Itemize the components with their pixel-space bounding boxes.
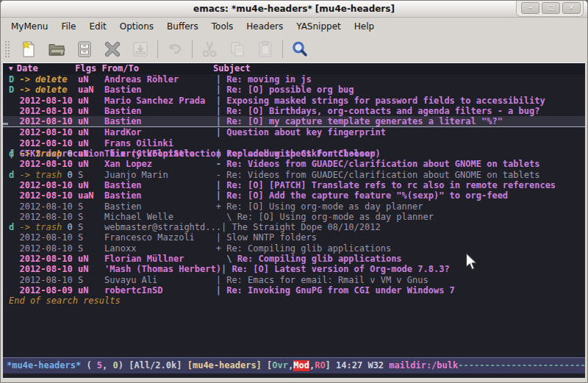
message-row[interactable]: 2012-08-10uNHardKor| Question about key …: [3, 127, 585, 137]
subject-field: - Re: Videos from GUADEC/clarification a…: [216, 159, 540, 169]
menu-item-mymenu[interactable]: MyMenu: [4, 18, 54, 35]
message-row[interactable]: d-> trash 0uNThierry Volpiatto| Re: edeb…: [3, 148, 585, 159]
from-field: Florian Müllner: [104, 254, 216, 264]
flags-field: uN: [78, 74, 104, 85]
point-cursor: [3, 123, 8, 125]
column-header-flags[interactable]: Flgs: [75, 63, 101, 74]
message-row[interactable]: 2012-08-10SMichael Welle \ Re: [O] Using…: [3, 212, 585, 222]
close-button[interactable]: ✕: [562, 2, 581, 14]
message-row[interactable]: d-> trash 0SJuanjo Marin- Re: Videos fro…: [3, 170, 585, 180]
date-field: 2012-08-10: [19, 232, 77, 243]
message-row[interactable]: 2012-08-10SBastien+ Re: [O] Using org-mo…: [3, 201, 585, 212]
message-row[interactable]: 2012-08-10uNMario Sanchez Prada| Exposin…: [3, 96, 585, 106]
flags-field: S: [78, 232, 104, 243]
flags-field: uN: [78, 138, 104, 148]
date-field: 2012-08-10: [19, 201, 77, 212]
message-row[interactable]: 2012-08-10uN'Mash (Thomas Herbert)| Re: …: [3, 264, 585, 274]
subject-field: | Re: [O] possible org bug: [216, 85, 354, 95]
menu-item-options[interactable]: Options: [113, 18, 160, 35]
new-file-icon[interactable]: [15, 37, 43, 61]
date-field: 2012-08-09: [19, 285, 77, 296]
modeline-segment: [: [267, 360, 272, 371]
menu-item-headers[interactable]: Headers: [240, 18, 290, 35]
emacs-window: emacs: *mu4e-headers* [mu4e-headers] – □…: [0, 0, 588, 383]
window-controls: – □ ✕: [516, 1, 584, 17]
column-header-from-to[interactable]: From/To: [101, 63, 213, 74]
echo-area: [3, 373, 585, 378]
modeline-segment: ,: [288, 360, 293, 371]
end-of-results-text: End of search results: [3, 296, 585, 306]
maximize-button[interactable]: □: [542, 2, 560, 14]
from-field: Bastien: [104, 201, 216, 212]
column-header-date[interactable]: Date: [17, 63, 75, 74]
message-list: D-> deleteuNAndreas Röhler| Re: moving i…: [3, 74, 585, 296]
flags-field: uN: [78, 264, 104, 274]
open-folder-icon[interactable]: [43, 37, 71, 61]
message-row[interactable]: 2012-08-09uNrobertcInSD| Re: Invoking Gn…: [3, 285, 585, 296]
from-field: Mario Sanchez Prada: [104, 96, 216, 106]
file-cabinet-icon[interactable]: [71, 37, 98, 61]
message-row[interactable]: 2012-08-10uNBastien| Re: [O] Birthdays, …: [3, 106, 585, 116]
modeline-segment: 14:27 W32: [336, 360, 389, 371]
title-bar[interactable]: emacs: *mu4e-headers* [mu4e-headers] – □…: [1, 1, 587, 18]
modeline-segment: [mu4e-headers]: [187, 360, 267, 371]
menu-bar: MyMenuFileEditOptionsBuffersToolsHeaders…: [1, 18, 587, 35]
modeline-segment: RO: [315, 360, 325, 371]
flags-field: uN: [78, 285, 104, 296]
message-row[interactable]: D-> deleteuNAndreas Röhler| Re: moving i…: [3, 74, 585, 85]
date-field: 2012-08-10: [19, 243, 77, 254]
column-header-subject[interactable]: Subject: [213, 63, 251, 74]
from-field: Bastien: [104, 116, 216, 126]
search-icon[interactable]: [286, 37, 314, 61]
from-field: Michael Welle: [104, 212, 216, 222]
minimize-button[interactable]: –: [521, 2, 539, 14]
toolbar-grip-handle[interactable]: [4, 40, 10, 58]
toolbar-separator: [157, 40, 158, 58]
message-row[interactable]: d-> trash 0Swebmaster@straightd...| The …: [3, 222, 585, 232]
message-row[interactable]: 2012-08-10uNFlorian Müllner \ Re: Compil…: [3, 254, 585, 264]
from-field: Frans Oilinki: [104, 138, 216, 148]
message-row[interactable]: 2012-08-10SLanoxx+ Re: Compiling glib ap…: [3, 243, 585, 254]
subject-field: | Re: [O] Birthdays, org-contacts and ag…: [216, 106, 540, 116]
date-field: 2012-08-10: [19, 264, 77, 274]
menu-item-edit[interactable]: Edit: [83, 18, 113, 35]
date-field: -> trash 0: [19, 222, 77, 232]
modeline-segment: --------------------------------------: [458, 360, 585, 371]
close-buffer-icon[interactable]: [98, 37, 126, 61]
modeline-segment: ,: [102, 360, 112, 371]
message-row[interactable]: D-> deleteuaNBastien| Re: [O] possible o…: [3, 85, 585, 95]
message-row[interactable]: 2012-08-10SSuvayu Ali| Re: Emacs for ema…: [3, 275, 585, 285]
flags-field: uN: [78, 127, 104, 137]
from-field: Lanoxx: [104, 243, 216, 254]
modeline-segment: Ovr: [272, 360, 288, 371]
date-field: -> delete: [19, 74, 77, 85]
modeline-segment: maildir:/bulk: [389, 360, 458, 371]
message-row[interactable]: 2012-08-10uNXan Lopez- Re: Videos from G…: [3, 159, 585, 169]
message-row[interactable]: 2012-08-10uNBastien| Re: [O] [PATCH] Tra…: [3, 180, 585, 190]
tool-bar: [1, 35, 587, 63]
menu-item-help[interactable]: Help: [348, 18, 381, 35]
from-field: Suvayu Ali: [104, 275, 216, 285]
subject-field: - Re: Videos from GUADEC/clarification a…: [216, 170, 540, 180]
subject-field: \ Re: Compiling glib applications: [216, 254, 402, 264]
mark-indicator: D: [9, 74, 19, 85]
menu-item-buffers[interactable]: Buffers: [160, 18, 205, 35]
message-row[interactable]: 2012-08-10uNBastien| Re: [O] my capture …: [3, 116, 585, 127]
modeline-segment: ): [118, 360, 129, 371]
message-row[interactable]: 2012-08-10uaNBastien| Re: [O] Add the ca…: [3, 190, 585, 201]
mark-indicator: d: [9, 222, 19, 232]
subject-field: \ Re: [O] Using org-mode as day planner: [216, 212, 434, 222]
save-buffer-icon: [126, 37, 154, 61]
message-row[interactable]: 2012-08-10SFrancesco Mazzoli| Slow NNTP …: [3, 232, 585, 243]
menu-item-yasnippet[interactable]: YASnippet: [290, 18, 348, 35]
menu-item-tools[interactable]: Tools: [205, 18, 240, 35]
flags-field: uN: [78, 106, 104, 116]
paste-icon: [251, 37, 279, 61]
flags-field: S: [78, 212, 104, 222]
toolbar-separator: [192, 40, 193, 58]
date-field: 2012-08-10: [19, 106, 77, 116]
message-row[interactable]: 2012-08-10uNFrans Oilinki| GTK3 deprecat…: [3, 138, 585, 148]
menu-item-file[interactable]: File: [54, 18, 82, 35]
date-field: 2012-08-10: [19, 127, 77, 137]
modeline-segment: Mod: [293, 360, 309, 371]
